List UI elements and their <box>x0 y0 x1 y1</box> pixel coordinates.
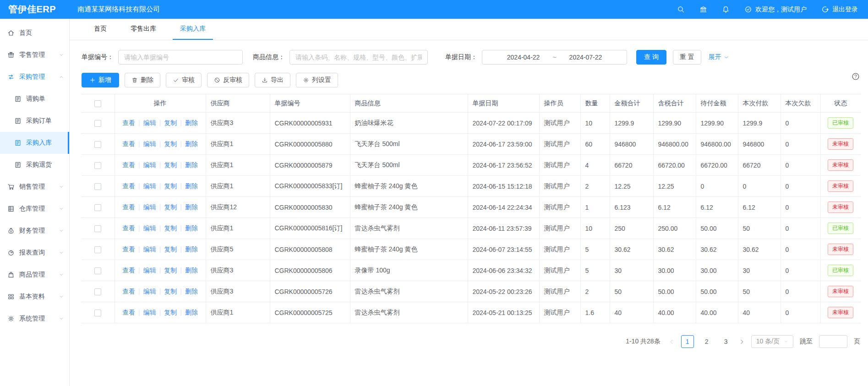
cell-debt: 0 <box>781 239 820 260</box>
列设置-button[interactable]: 列设置 <box>296 73 338 87</box>
edit-link[interactable]: 编辑 <box>143 140 156 147</box>
sidebar-item-零售管理[interactable]: 零售管理 <box>0 44 69 66</box>
sidebar-item-系统管理[interactable]: 系统管理 <box>0 308 69 330</box>
row-checkbox[interactable] <box>94 225 101 232</box>
row-checkbox[interactable] <box>94 246 101 253</box>
sidebar-item-财务管理[interactable]: 财务管理 <box>0 220 69 242</box>
delete-link[interactable]: 删除 <box>185 203 198 211</box>
sidebar-item-基本资料[interactable]: 基本资料 <box>0 286 69 308</box>
审核-button[interactable]: 审核 <box>166 73 202 87</box>
status-badge: 未审核 <box>828 307 853 318</box>
view-link[interactable]: 查看 <box>122 224 135 232</box>
view-link[interactable]: 查看 <box>122 119 135 126</box>
edit-link[interactable]: 编辑 <box>143 245 156 253</box>
tab-零售出库[interactable]: 零售出库 <box>123 19 164 40</box>
action-separator: | <box>138 161 140 169</box>
copy-link[interactable]: 复制 <box>164 119 177 126</box>
copy-link[interactable]: 复制 <box>164 140 177 147</box>
copy-link[interactable]: 复制 <box>164 266 177 274</box>
tab-采购入库[interactable]: 采购入库 <box>173 19 213 40</box>
copy-link[interactable]: 复制 <box>164 288 177 295</box>
cell-paid: 0 <box>738 176 781 197</box>
copy-link[interactable]: 复制 <box>164 203 177 211</box>
sidebar-item-采购入库[interactable]: 采购入库 <box>0 132 69 154</box>
sidebar-item-采购订单[interactable]: 采购订单 <box>0 110 69 132</box>
view-link[interactable]: 查看 <box>122 309 135 316</box>
sidebar-item-报表查询[interactable]: 报表查询 <box>0 242 69 264</box>
prev-page-icon[interactable] <box>669 339 675 345</box>
help-icon[interactable]: ? <box>851 72 860 81</box>
delete-link[interactable]: 删除 <box>185 140 198 147</box>
tab-首页[interactable]: 首页 <box>87 19 114 40</box>
delete-link[interactable]: 删除 <box>185 266 198 274</box>
反审核-button[interactable]: 反审核 <box>207 73 249 87</box>
page-button-3[interactable]: 3 <box>720 335 732 348</box>
view-link[interactable]: 查看 <box>122 161 135 169</box>
sidebar-item-商品管理[interactable]: 商品管理 <box>0 264 69 286</box>
copy-link[interactable]: 复制 <box>164 224 177 232</box>
page-button-1[interactable]: 1 <box>681 335 694 348</box>
edit-link[interactable]: 编辑 <box>143 182 156 190</box>
jump-page-input[interactable] <box>819 335 847 348</box>
copy-link[interactable]: 复制 <box>164 245 177 253</box>
page-size-select[interactable]: 10 条/页 <box>751 335 793 348</box>
copy-link[interactable]: 复制 <box>164 182 177 190</box>
select-all-checkbox[interactable] <box>94 100 101 107</box>
sidebar-item-采购退货[interactable]: 采购退货 <box>0 154 69 176</box>
sidebar-item-请购单[interactable]: 请购单 <box>0 88 69 110</box>
copy-link[interactable]: 复制 <box>164 161 177 169</box>
user-welcome[interactable]: 欢迎您，测试用户 <box>744 5 807 14</box>
sidebar-item-销售管理[interactable]: 销售管理 <box>0 176 69 198</box>
view-link[interactable]: 查看 <box>122 182 135 190</box>
view-link[interactable]: 查看 <box>122 266 135 274</box>
row-checkbox[interactable] <box>94 267 101 274</box>
row-checkbox[interactable] <box>94 183 101 190</box>
cell-amount: 40 <box>610 302 653 323</box>
view-link[interactable]: 查看 <box>122 140 135 147</box>
row-checkbox[interactable] <box>94 310 101 316</box>
delete-link[interactable]: 删除 <box>185 182 198 190</box>
row-checkbox[interactable] <box>94 120 101 127</box>
delete-link[interactable]: 删除 <box>185 161 198 169</box>
edit-link[interactable]: 编辑 <box>143 266 156 274</box>
logout-button[interactable]: 退出登录 <box>821 5 858 14</box>
edit-link[interactable]: 编辑 <box>143 119 156 126</box>
delete-link[interactable]: 删除 <box>185 119 198 126</box>
edit-link[interactable]: 编辑 <box>143 161 156 169</box>
删除-button[interactable]: 删除 <box>125 73 160 87</box>
row-checkbox[interactable] <box>94 288 101 295</box>
cell-order-no: CGRK00000005816[订] <box>270 218 350 239</box>
copy-link[interactable]: 复制 <box>164 309 177 316</box>
reset-button[interactable]: 重 置 <box>673 50 701 65</box>
bank-icon[interactable] <box>699 5 707 13</box>
delete-link[interactable]: 删除 <box>185 309 198 316</box>
导出-button[interactable]: 导出 <box>255 73 290 87</box>
sidebar-item-采购管理[interactable]: 采购管理 <box>0 66 69 88</box>
edit-link[interactable]: 编辑 <box>143 309 156 316</box>
cell-tax-total: 30.62 <box>653 239 696 260</box>
date-range-picker[interactable]: 2024-04-22 ~ 2024-07-22 <box>482 50 627 65</box>
view-link[interactable]: 查看 <box>122 245 135 253</box>
search-icon[interactable] <box>677 5 685 13</box>
product-info-input[interactable] <box>289 50 428 65</box>
search-button[interactable]: 查 询 <box>636 50 666 65</box>
next-page-icon[interactable] <box>739 339 745 345</box>
delete-link[interactable]: 删除 <box>185 224 198 232</box>
page-button-2[interactable]: 2 <box>700 335 713 348</box>
row-checkbox[interactable] <box>94 141 101 148</box>
edit-link[interactable]: 编辑 <box>143 203 156 211</box>
view-link[interactable]: 查看 <box>122 288 135 295</box>
delete-link[interactable]: 删除 <box>185 245 198 253</box>
order-no-input[interactable] <box>118 50 243 65</box>
edit-link[interactable]: 编辑 <box>143 224 156 232</box>
bell-icon[interactable] <box>722 5 730 13</box>
row-checkbox[interactable] <box>94 162 101 169</box>
edit-link[interactable]: 编辑 <box>143 288 156 295</box>
expand-filters-link[interactable]: 展开 <box>709 53 729 61</box>
sidebar-item-首页[interactable]: 首页 <box>0 22 69 44</box>
sidebar-item-仓库管理[interactable]: 仓库管理 <box>0 198 69 220</box>
view-link[interactable]: 查看 <box>122 203 135 211</box>
新增-button[interactable]: 新增 <box>82 73 119 87</box>
row-checkbox[interactable] <box>94 204 101 211</box>
delete-link[interactable]: 删除 <box>185 288 198 295</box>
